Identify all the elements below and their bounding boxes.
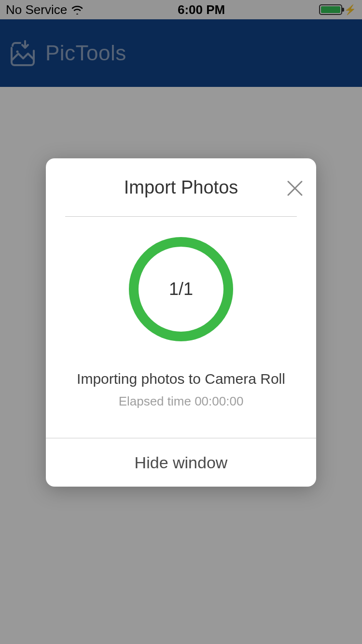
status-block: Importing photos to Camera Roll Elapsed … xyxy=(77,371,285,409)
status-text: Importing photos to Camera Roll xyxy=(77,371,285,387)
close-icon xyxy=(286,180,304,197)
progress-ring: 1/1 xyxy=(128,237,234,342)
close-button[interactable] xyxy=(286,180,304,197)
hide-window-button[interactable]: Hide window xyxy=(46,438,316,487)
import-photos-modal: Import Photos 1/1 Importing photos to Ca… xyxy=(46,158,316,487)
elapsed-time-label: Elapsed time 00:00:00 xyxy=(77,394,285,409)
progress-count: 1/1 xyxy=(128,237,234,342)
hide-window-label: Hide window xyxy=(135,453,228,472)
modal-header: Import Photos xyxy=(46,158,316,216)
modal-body: 1/1 Importing photos to Camera Roll Elap… xyxy=(46,217,316,438)
modal-title: Import Photos xyxy=(124,177,238,198)
